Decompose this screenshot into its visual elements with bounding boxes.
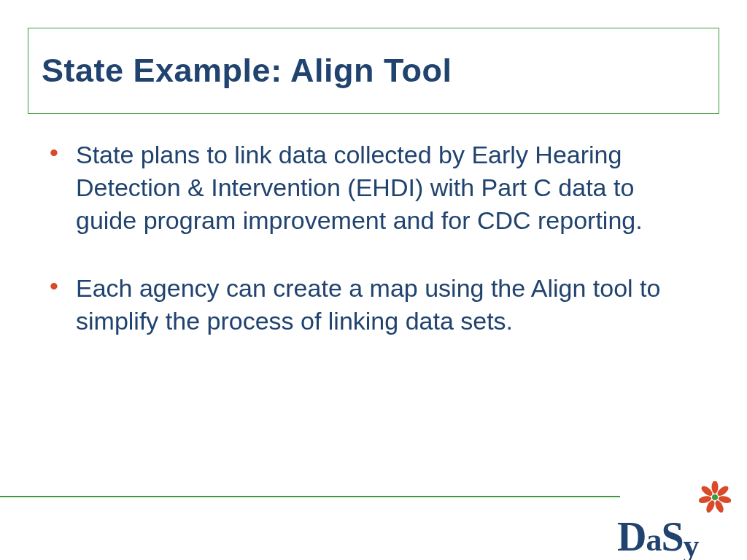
svg-point-0 xyxy=(712,481,719,494)
body-content: State plans to link data collected by Ea… xyxy=(47,139,689,372)
svg-point-7 xyxy=(712,494,718,500)
bullet-item: Each agency can create a map using the A… xyxy=(47,272,689,338)
dasy-logo: DaSy xyxy=(617,480,734,553)
bullet-item: State plans to link data collected by Ea… xyxy=(47,139,689,237)
slide-title: State Example: Align Tool xyxy=(42,52,452,90)
flower-icon xyxy=(699,481,731,513)
title-box: State Example: Align Tool xyxy=(28,28,719,114)
logo-text: DaSy xyxy=(617,516,699,557)
slide: State Example: Align Tool State plans to… xyxy=(0,0,747,560)
divider-line xyxy=(0,496,620,497)
